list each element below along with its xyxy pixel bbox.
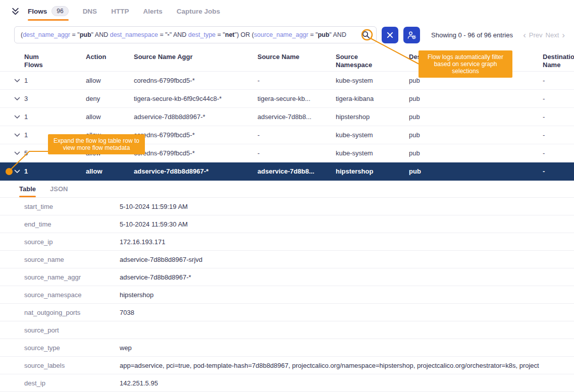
chevron-down-icon[interactable] [14,79,24,83]
flow-cell-num: 1 [24,77,86,84]
user-gear-icon [407,30,416,40]
flow-cell-src_ns: tigera-kibana [336,95,409,102]
detail-value: 5-10-2024 11:59:19 AM [120,203,574,210]
chevron-down-icon[interactable] [14,97,24,101]
flow-cell-src_aggr: adservice-7d8b8d8967-* [134,113,257,121]
next-button[interactable]: Next [546,31,559,39]
detail-key: start_time [24,203,120,210]
flow-cell-dest_aggr: pub [409,95,543,102]
flow-row[interactable]: 1allowadservice-7d8b8d8967-*adservice-7d… [0,162,574,181]
flow-cell-action: allow [86,167,134,175]
flow-cell-dest_name: - [543,95,574,102]
tab-flows[interactable]: Flows96 [28,0,69,22]
tab-http[interactable]: HTTP [111,0,129,22]
detail-row: source_typewep [0,339,574,357]
collapse-panel-button[interactable] [11,8,20,15]
flow-cell-src_name: - [257,131,336,139]
detail-value: 5-10-2024 11:59:30 AM [120,220,574,228]
query-segment: = " [216,31,225,38]
detail-row: nat_outgoing_ports7038 [0,304,574,321]
tab-label: Capture Jobs [177,8,220,15]
next-arrow-icon[interactable]: › [562,31,565,39]
detail-tab-json[interactable]: JSON [50,181,68,197]
prev-button[interactable]: Prev [529,31,543,39]
flow-cell-dest_name: - [543,167,574,175]
detail-key: nat_outgoing_ports [24,309,120,316]
detail-value: wep [120,344,574,352]
flow-cell-src_aggr: coredns-6799fbcd5-* [134,149,257,157]
clear-filter-button[interactable] [382,27,398,43]
flow-cell-src_name: adservice-7d8b8... [257,113,336,121]
flow-cell-dest_name: - [543,149,574,157]
query-segment: " AND [91,31,110,38]
tab-count-badge: 96 [51,6,68,16]
detail-row: source_namespacehipstershop [0,286,574,304]
user-filter-settings-button[interactable] [403,27,420,43]
detail-tab-table[interactable]: Table [19,181,36,197]
filter-query-text: (dest_name_aggr = "pub" AND dest_namespa… [21,31,358,38]
chevron-down-icon[interactable] [14,115,24,119]
filter-query-input[interactable]: (dest_name_aggr = "pub" AND dest_namespa… [14,26,377,43]
detail-row: source_nameadservice-7d8b8d8967-srjvd [0,251,574,268]
chevron-down-icon[interactable] [14,151,24,155]
flow-cell-dest_name: - [543,113,574,121]
flow-cell-src_aggr: adservice-7d8b8d8967-* [134,167,257,175]
query-segment: " AND [329,31,346,38]
flow-cell-src_ns: kube-system [336,131,409,139]
detail-value: adservice-7d8b8d8967-* [120,273,574,281]
callout-filter-hint: Flow logs automatically filter based on … [419,50,512,78]
tab-dns[interactable]: DNS [83,0,97,22]
detail-value: hipstershop [120,291,574,299]
query-segment: dest_namespace [110,31,158,38]
column-header: Source Name [257,53,336,61]
flow-cell-num: 1 [24,113,86,121]
flow-cell-dest_aggr: pub [409,113,543,121]
tab-alerts[interactable]: Alerts [143,0,162,22]
results-count: Showing 0 - 96 of 96 entries [431,31,513,39]
detail-row: source_name_aggradservice-7d8b8d8967-* [0,268,574,286]
column-header: Destination Name [543,53,574,70]
flow-cell-dest_aggr: pub [409,149,543,157]
chevron-down-icon[interactable] [14,133,24,137]
query-segment: = " [308,31,318,38]
flow-cell-src_aggr: tigera-secure-kb-6f9c9c44c8-* [134,95,257,102]
column-header: Source Namespace [336,53,383,70]
flow-row[interactable]: 3denytigera-secure-kb-6f9c9c44c8-*tigera… [0,90,574,108]
detail-key: source_namespace [24,291,120,299]
flow-cell-action: allow [86,77,134,84]
flow-cell-dest_name: - [543,131,574,139]
detail-key: end_time [24,220,120,228]
detail-key: source_port [24,326,120,334]
flow-cell-dest_name: - [543,77,574,84]
chevron-down-icon[interactable] [14,170,24,174]
flow-cell-num: 1 [24,167,86,175]
flow-cell-src_ns: kube-system [336,77,409,84]
flow-cell-action: deny [86,95,134,102]
detail-key: source_name_aggr [24,273,120,281]
detail-row: source_ip172.16.193.171 [0,233,574,251]
flow-cell-dest_aggr: pub [409,77,543,84]
flow-cell-src_aggr: coredns-6799fbcd5-* [134,77,257,84]
tab-capture-jobs[interactable]: Capture Jobs [177,0,220,22]
detail-tab-bar: TableJSON [0,181,574,198]
query-segment: " AND [170,31,188,38]
flow-cell-action: allow [86,113,134,121]
detail-row: source_labelsapp=adservice, pci=true, po… [0,357,574,374]
filter-bar: (dest_name_aggr = "pub" AND dest_namespa… [0,22,574,48]
search-icon [362,31,370,39]
column-header: Source Name Aggr [134,53,257,61]
flow-row[interactable]: 1allowadservice-7d8b8d8967-*adservice-7d… [0,108,574,126]
detail-value: 7038 [120,309,574,316]
prev-arrow-icon[interactable]: ‹ [523,31,526,39]
detail-value: app=adservice, pci=true, pod-template-ha… [120,362,574,369]
detail-key: dest_ip [24,379,120,387]
detail-value: 172.16.193.171 [120,238,574,246]
column-header: Action [86,53,134,61]
query-segment: = " [70,31,80,38]
pagination: ‹ Prev Next › [523,31,566,39]
tab-label: Flows [28,8,47,15]
detail-row: start_time5-10-2024 11:59:19 AM [0,198,574,215]
flow-cell-src_ns: kube-system [336,149,409,157]
flow-cell-dest_aggr: pub [409,131,543,139]
detail-value: adservice-7d8b8d8967-srjvd [120,256,574,263]
